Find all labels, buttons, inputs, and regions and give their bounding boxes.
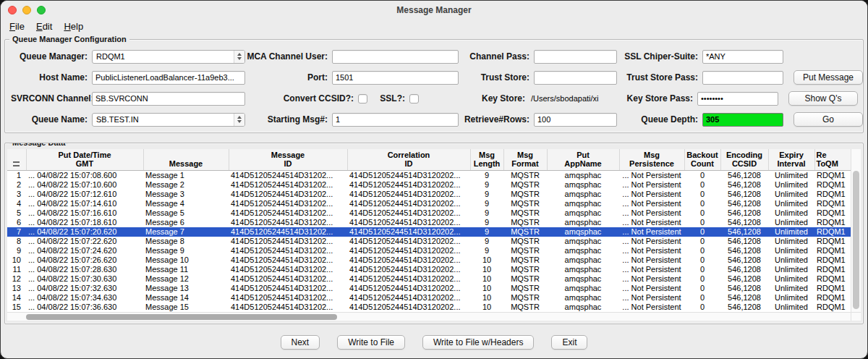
message-data-section-title: Message Data [9,143,68,148]
table-row[interactable]: 9... 04/08/22 15:07:24.620Message 9414D5… [7,246,851,255]
minimize-button[interactable] [22,6,31,14]
grip-lines-icon [13,161,20,166]
menubar: File Edit Help [1,19,867,34]
config-row-4: Queue Name: SB.TEST.IN Starting Msg#: Re… [11,112,857,127]
table-row[interactable]: 2... 04/08/22 15:07:10.600Message 2414D5… [7,180,851,190]
port-label: Port: [245,72,332,83]
convert-ccsid-checkbox[interactable] [358,94,367,104]
horizontal-scrollbar[interactable] [7,312,851,321]
svrconn-channel-label: SVRCONN Channel: [11,93,92,104]
next-button[interactable]: Next [281,335,320,350]
host-name-input[interactable] [92,71,245,85]
config-row-3: SVRCONN Channel: Convert CCSID?: SSL?: K… [11,91,857,106]
close-button[interactable] [8,6,17,14]
column-header-datetime[interactable]: Put Date/Time GMT [26,149,143,171]
write-to-file-w-headers-button[interactable]: Write to File w/Headers [422,335,534,350]
queue-name-label: Queue Name: [11,114,92,124]
column-header-message[interactable]: Message [143,149,229,171]
table-row[interactable]: 10... 04/08/22 15:07:26.620Message 10414… [7,255,851,265]
retrieve-rows-input[interactable] [534,113,617,127]
menu-edit[interactable]: Edit [36,21,52,32]
port-input[interactable] [332,71,459,85]
trust-store-pass-label: Trust Store Pass: [617,72,702,83]
horizontal-scrollbar-thumb[interactable] [26,314,337,320]
ssl-cipher-suite-input[interactable] [702,50,783,64]
exit-button[interactable]: Exit [551,335,587,350]
table-row[interactable]: 11... 04/08/22 15:07:28.630Message 11414… [7,265,851,274]
message-table: Put Date/Time GMTMessageMessage IDCorrel… [7,149,851,312]
column-header-app[interactable]: Put AppName [547,149,619,171]
menu-help[interactable]: Help [64,21,83,32]
queue-manager-configuration-panel: Queue Manager Configuration Queue Manage… [4,39,864,133]
put-message-button[interactable]: Put Message [793,70,863,85]
table-header-row: Put Date/Time GMTMessageMessage IDCorrel… [7,149,851,171]
titlebar: Message Manager [1,1,867,19]
config-row-1: Queue Manager: RDQM1 MCA Channel User: C… [11,49,857,64]
table-row[interactable]: 15... 04/08/22 15:07:36.630Message 15414… [7,303,851,312]
key-store-pass-label: Key Store Pass: [612,93,697,104]
retrieve-rows-label: Retrieve#Rows: [459,114,534,124]
ssl-checkbox[interactable] [409,94,419,104]
table-row[interactable]: 3... 04/08/22 15:07:12.610Message 3414D5… [7,190,851,199]
column-header-format[interactable]: Msg Format [503,149,547,171]
table-row[interactable]: 6... 04/08/22 15:07:18.610Message 6414D5… [7,218,851,227]
message-table-body: 1... 04/08/22 15:07:08.600Message 1414D5… [7,171,851,313]
key-store-label: Key Store: [419,93,529,104]
window-title: Message Manager [396,5,471,15]
vertical-scrollbar[interactable] [851,149,861,312]
table-row[interactable]: 7... 04/08/22 15:07:20.620Message 7414D5… [7,227,851,237]
key-store-value: /Users/sbodapati/xi [529,94,612,103]
vertical-scrollbar-thumb[interactable] [853,171,859,309]
column-header-num[interactable] [7,149,26,171]
trust-store-label: Trust Store: [459,72,534,83]
footer-buttons: NextWrite to FileWrite to File w/Headers… [1,326,867,358]
channel-pass-label: Channel Pass: [459,51,534,62]
column-header-length[interactable]: Msg Length [470,149,503,171]
mca-channel-user-input[interactable] [332,50,459,64]
trust-store-pass-input[interactable] [702,71,783,85]
message-manager-window: Message Manager File Edit Help Queue Man… [0,0,868,359]
show-qs-button[interactable]: Show Q's [788,91,858,106]
starting-msg-input[interactable] [332,113,459,127]
write-to-file-button[interactable]: Write to File [337,335,405,350]
queue-depth-label: Queue Depth: [617,114,702,124]
column-header-expiry[interactable]: Expiry Interval [768,149,814,171]
mca-channel-user-label: MCA Channel User: [245,51,332,62]
table-row[interactable]: 4... 04/08/22 15:07:14.610Message 4414D5… [7,199,851,208]
menu-file[interactable]: File [9,21,25,32]
trust-store-input[interactable] [534,71,617,85]
ssl-label: SSL?: [367,93,409,104]
traffic-lights [8,6,46,14]
scrollbar-corner [851,312,861,321]
column-header-backout[interactable]: Backout Count [684,149,720,171]
queue-name-select[interactable]: SB.TEST.IN [92,113,245,127]
go-button[interactable]: Go [793,112,863,127]
table-row[interactable]: 13... 04/08/22 15:07:32.630Message 13414… [7,284,851,293]
table-row[interactable]: 8... 04/08/22 15:07:22.620Message 8414D5… [7,237,851,246]
host-name-label: Host Name: [11,72,92,83]
message-table-area: Put Date/Time GMTMessageMessage IDCorrel… [7,149,861,321]
column-header-msgid[interactable]: Message ID [229,149,347,171]
table-row[interactable]: 12... 04/08/22 15:07:30.630Message 12414… [7,274,851,284]
message-table-viewport: Put Date/Time GMTMessageMessage IDCorrel… [7,149,851,312]
channel-pass-input[interactable] [534,50,617,64]
config-row-2: Host Name: Port: Trust Store: Trust Stor… [11,70,857,85]
table-row[interactable]: 5... 04/08/22 15:07:16.610Message 5414D5… [7,208,851,218]
table-row[interactable]: 14... 04/08/22 15:07:34.630Message 14414… [7,293,851,303]
column-header-correlid[interactable]: Correlation ID [347,149,470,171]
zoom-button[interactable] [37,6,46,14]
starting-msg-label: Starting Msg#: [245,114,332,124]
combo-stepper-icon [234,51,244,63]
svrconn-channel-input[interactable] [92,92,245,106]
queue-manager-select[interactable]: RDQM1 [92,50,245,64]
table-row[interactable]: 1... 04/08/22 15:07:08.600Message 1414D5… [7,171,851,181]
column-header-ccsid[interactable]: Encoding CCSID [720,149,768,171]
ssl-cipher-suite-label: SSL Chiper-Suite: [617,51,702,62]
column-header-persistence[interactable]: Msg Persistence [619,149,684,171]
column-header-replyqm[interactable]: Re ToQM [814,149,851,171]
config-section-title: Queue Manager Configuration [9,34,129,44]
convert-ccsid-label: Convert CCSID?: [245,93,358,104]
combo-stepper-icon [234,114,244,126]
key-store-pass-input[interactable] [697,92,778,106]
queue-depth-field [702,113,783,127]
